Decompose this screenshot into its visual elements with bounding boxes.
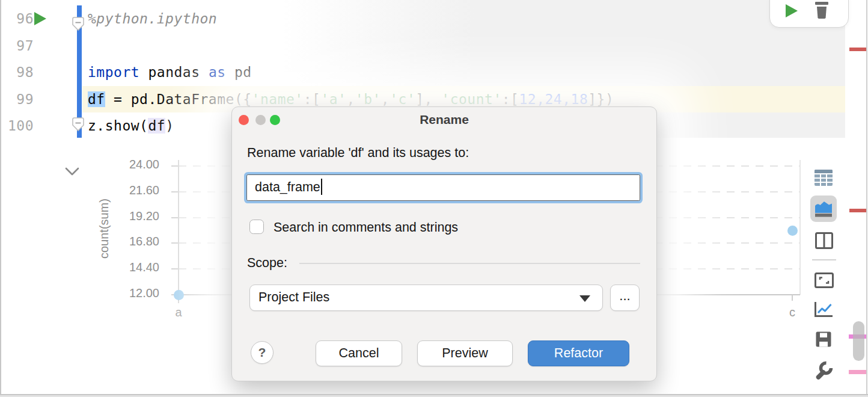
code-token: %python.ipython [88, 11, 217, 26]
scope-select[interactable]: Project Files [249, 285, 603, 311]
area-chart-icon[interactable] [815, 200, 833, 217]
code-token: ) [165, 118, 174, 134]
code-token: ]}) [588, 91, 614, 107]
code-token: as [209, 64, 226, 80]
line-number: 100 [0, 112, 34, 140]
data-point [787, 226, 798, 236]
chevron-down-icon[interactable] [64, 166, 80, 177]
wrench-icon[interactable] [814, 361, 833, 380]
fit-frame-icon[interactable] [815, 272, 834, 288]
code-token: , [346, 91, 355, 107]
y-axis-label: count(sum) [97, 150, 112, 307]
code-token: 'count' [441, 91, 501, 107]
run-icon[interactable] [786, 4, 798, 17]
scope-more-button[interactable]: ... [610, 285, 640, 311]
rename-dialog: Rename Rename variable 'df' and its usag… [231, 106, 657, 381]
code-token: pd [226, 64, 252, 80]
line-number: 97 [0, 32, 34, 60]
data-point [174, 290, 184, 300]
code-line[interactable]: 97 [0, 32, 845, 60]
code-token: = pd.DataFrame({ [105, 91, 252, 107]
sidebar-divider [812, 259, 836, 260]
scope-select-value: Project Files [258, 290, 329, 304]
code-token: , [381, 91, 390, 107]
cancel-button[interactable]: Cancel [316, 340, 402, 366]
code-token: 'c' [390, 91, 415, 107]
fold-shield-icon[interactable] [72, 117, 85, 132]
y-tick-label: 19.20 [116, 209, 159, 223]
x-tick-label: a [167, 306, 191, 319]
rename-prompt-label: Rename variable 'df' and its usages to: [247, 146, 469, 161]
window-border [0, 0, 1, 395]
y-tick-label: 21.60 [116, 183, 159, 197]
run-icon[interactable] [34, 12, 46, 25]
code-token: z.show( [88, 118, 148, 134]
line-number: 96 [0, 5, 34, 32]
code-token: pandas [139, 64, 209, 80]
code-line[interactable]: 96%python.ipython [0, 5, 845, 32]
y-tick-label: 14.40 [116, 260, 159, 274]
code-token: import [88, 64, 139, 80]
save-icon[interactable] [815, 331, 832, 348]
stripe-mark-pink[interactable] [849, 370, 867, 374]
code-token: df [88, 91, 105, 107]
code-token: 12,24,18 [519, 91, 588, 107]
new-name-value: data_frame [255, 180, 320, 194]
text-caret [321, 179, 322, 195]
scope-separator [299, 263, 640, 264]
help-button[interactable]: ? [251, 341, 274, 364]
plot-right-border [799, 160, 801, 295]
y-axis-line [178, 160, 179, 303]
scrollbar-thumb[interactable] [853, 321, 864, 361]
code-token: ], [415, 91, 441, 107]
y-tick-label: 12.00 [116, 286, 159, 300]
dialog-title: Rename [232, 112, 656, 127]
line-number: 98 [0, 59, 34, 86]
code-token: 'a' [320, 91, 346, 107]
line-number: 99 [0, 86, 34, 113]
output-view-sidebar [804, 153, 845, 397]
y-tick-label: 24.00 [116, 158, 159, 171]
search-comments-label: Search in comments and strings [274, 220, 458, 235]
code-line[interactable]: 98import pandas as pd [0, 59, 845, 86]
refactor-button[interactable]: Refactor [528, 340, 629, 366]
scope-label: Scope: [247, 256, 287, 271]
fold-shield-icon[interactable] [72, 16, 85, 32]
trash-icon[interactable] [813, 1, 830, 20]
y-tick-label: 16.80 [116, 235, 159, 248]
ide-window: 96%python.ipython9798import pandas as pd… [0, 0, 868, 397]
split-columns-icon[interactable] [815, 232, 833, 249]
table-icon[interactable] [815, 170, 833, 186]
preview-button[interactable]: Preview [417, 340, 513, 366]
line-chart-icon[interactable] [814, 301, 833, 318]
window-border [866, 0, 867, 395]
paragraph-toolbar [769, 0, 849, 28]
new-name-input[interactable]: data_frame [246, 174, 640, 201]
code-token: :[ [304, 91, 321, 107]
x-tick-mark [792, 295, 793, 301]
code-token: df [148, 118, 165, 134]
error-stripe-mark[interactable] [849, 48, 867, 51]
x-tick-label: c [780, 306, 804, 319]
chevron-down-icon [579, 295, 590, 302]
code-token: :[ [502, 91, 519, 107]
code-token: 'b' [355, 91, 381, 107]
error-stripe-mark[interactable] [849, 209, 867, 212]
code-token: 'name' [252, 91, 304, 107]
search-comments-checkbox[interactable] [249, 220, 264, 234]
